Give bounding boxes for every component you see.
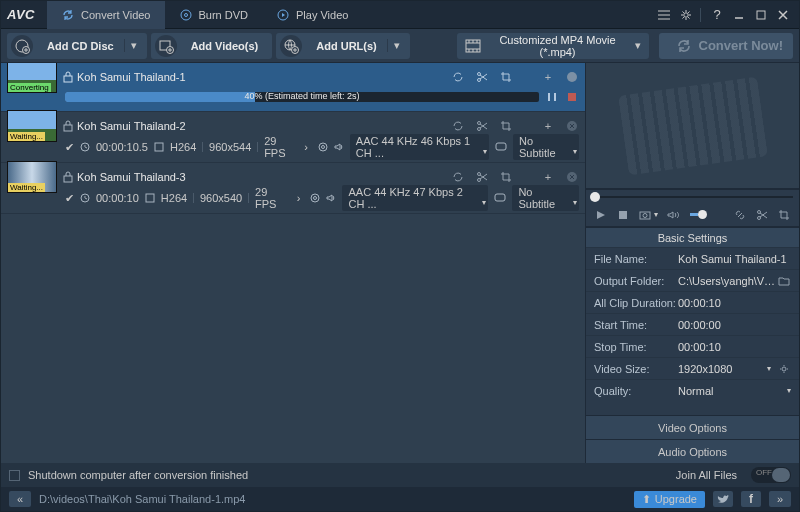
stop-value[interactable]: 00:00:10 (678, 341, 791, 353)
audio-dropdown[interactable]: AAC 44 KHz 46 Kbps 1 CH ... (350, 134, 489, 160)
status-dot-icon (565, 70, 579, 84)
refresh-icon[interactable] (451, 170, 465, 184)
chevron-down-icon[interactable]: ▾ (387, 39, 406, 52)
list-item[interactable]: Converting Koh Samui Thailand-1 + 40% (E… (1, 63, 585, 112)
folder-icon[interactable] (777, 274, 791, 288)
divider (700, 8, 701, 22)
filename-value[interactable]: Koh Samui Thailand-1 (678, 253, 791, 265)
quality-dropdown[interactable]: Normal (678, 385, 783, 397)
file-name: Koh Samui Thailand-2 (77, 120, 451, 132)
list-item[interactable]: Waiting... Koh Samui Thailand-2 + ✔ 00:0… (1, 112, 585, 163)
twitter-icon[interactable] (713, 491, 733, 507)
film-icon (465, 39, 481, 53)
subtitle-dropdown[interactable]: No Subtitle (512, 185, 579, 211)
help-icon[interactable]: ? (707, 5, 727, 25)
scissors-icon[interactable] (755, 208, 769, 222)
video-options-button[interactable]: Video Options (586, 415, 799, 439)
refresh-icon[interactable] (451, 70, 465, 84)
play-icon[interactable] (594, 208, 608, 222)
size-dropdown[interactable]: 1920x1080 (678, 363, 763, 375)
tab-play-video[interactable]: Play Video (262, 1, 362, 29)
scissors-icon[interactable] (475, 119, 489, 133)
globe-plus-icon (280, 35, 302, 57)
stop-icon[interactable] (616, 208, 630, 222)
up-arrow-icon: ⬆ (642, 493, 651, 506)
folder-label: Output Folder: (594, 275, 678, 287)
tab-convert-video[interactable]: Convert Video (47, 1, 165, 29)
crop-icon[interactable] (777, 208, 791, 222)
plus-icon[interactable]: + (541, 170, 555, 184)
lock-icon (63, 171, 73, 183)
output-profile-dropdown[interactable]: Customized MP4 Movie (*.mp4) ▾ (457, 33, 649, 59)
target-icon (310, 193, 320, 203)
facebook-icon[interactable]: f (741, 491, 761, 507)
svg-point-37 (643, 213, 647, 217)
stop-label: Stop Time: (594, 341, 678, 353)
tab-label: Convert Video (81, 9, 151, 21)
plus-icon[interactable]: + (541, 119, 555, 133)
add-videos-button[interactable]: Add Video(s) (151, 33, 273, 59)
start-value[interactable]: 00:00:00 (678, 319, 791, 331)
chevron-down-icon[interactable]: ▾ (124, 39, 143, 52)
add-cd-button[interactable]: Add CD Disc ▾ (7, 33, 147, 59)
snapshot-icon[interactable] (638, 208, 652, 222)
subtitle-icon (494, 193, 506, 203)
preview-area (586, 63, 799, 189)
maximize-icon[interactable] (751, 5, 771, 25)
volume-slider[interactable] (690, 213, 704, 216)
remove-icon[interactable] (565, 119, 579, 133)
status-badge: Waiting... (8, 183, 45, 192)
upgrade-button[interactable]: ⬆Upgrade (634, 491, 705, 508)
fps-value: 29 FPS (255, 186, 287, 210)
svg-point-1 (184, 13, 187, 16)
scissors-icon[interactable] (475, 70, 489, 84)
join-files-toggle[interactable]: OFF (751, 467, 791, 483)
remove-icon[interactable] (565, 170, 579, 184)
stop-icon[interactable] (565, 90, 579, 104)
file-name: Koh Samui Thailand-1 (77, 71, 451, 83)
gear-icon[interactable] (777, 362, 791, 376)
svg-rect-34 (495, 194, 505, 201)
refresh-icon[interactable] (451, 119, 465, 133)
shutdown-checkbox[interactable] (9, 470, 20, 481)
plus-icon[interactable]: + (541, 70, 555, 84)
speaker-icon (334, 142, 344, 152)
crop-icon[interactable] (499, 70, 513, 84)
convert-now-button[interactable]: Convert Now! (659, 33, 794, 59)
subtitle-dropdown[interactable]: No Subtitle (513, 134, 579, 160)
tab-burn-dvd[interactable]: Burn DVD (165, 1, 263, 29)
volume-icon[interactable] (666, 208, 680, 222)
settings-header: Basic Settings (586, 227, 799, 247)
menu-icon[interactable] (654, 5, 674, 25)
nav-next-button[interactable]: » (769, 491, 791, 507)
button-label: Add CD Disc (37, 40, 124, 52)
seek-slider[interactable] (586, 189, 799, 203)
lock-icon (63, 120, 73, 132)
thumbnail: Converting (7, 63, 57, 93)
svg-rect-12 (64, 76, 72, 82)
nav-prev-button[interactable]: « (9, 491, 31, 507)
quality-label: Quality: (594, 385, 678, 397)
add-urls-button[interactable]: Add URL(s) ▾ (276, 33, 410, 59)
thumbnail: Waiting... (7, 161, 57, 193)
disc-plus-icon (11, 35, 33, 57)
audio-dropdown[interactable]: AAC 44 KHz 47 Kbps 2 CH ... (342, 185, 488, 211)
minimize-icon[interactable] (729, 5, 749, 25)
duration-value: 00:00:10 (678, 297, 791, 309)
size-label: Video Size: (594, 363, 678, 375)
fps-value: 29 FPS (264, 135, 294, 159)
list-item[interactable]: Waiting... Koh Samui Thailand-3 + ✔ 00:0… (1, 163, 585, 214)
folder-value[interactable]: C:\Users\yangh\Videos... (678, 275, 777, 287)
video-details: ✔ 00:00:10.5 H264 960x544 29 FPS › AAC 4… (7, 136, 579, 158)
close-icon[interactable] (773, 5, 793, 25)
scissors-icon[interactable] (475, 170, 489, 184)
gear-icon[interactable] (676, 5, 696, 25)
link-icon[interactable] (733, 208, 747, 222)
upgrade-label: Upgrade (655, 493, 697, 505)
audio-options-button[interactable]: Audio Options (586, 439, 799, 463)
crop-icon[interactable] (499, 170, 513, 184)
pause-icon[interactable] (545, 90, 559, 104)
crop-icon[interactable] (499, 119, 513, 133)
svg-rect-26 (64, 176, 72, 182)
clock-icon (80, 193, 90, 203)
